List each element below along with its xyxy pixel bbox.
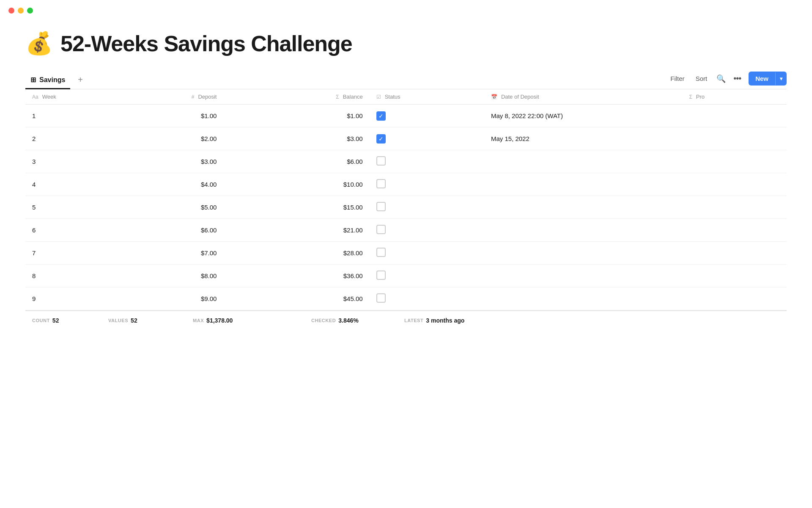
page-container: 💰 52-Weeks Savings Challenge ⊞ Savings +… — [0, 18, 812, 330]
cell-status[interactable] — [370, 150, 484, 173]
balance-col-icon: Σ — [336, 94, 339, 100]
week-col-icon: Aa — [32, 94, 38, 100]
status-col-icon: ☑ — [376, 94, 381, 100]
cell-week: 3 — [25, 150, 119, 173]
summary-max: MAX $1,378.00 — [193, 317, 311, 324]
table-row: 5$5.00$15.00 — [25, 196, 787, 219]
tab-bar: ⊞ Savings + Filter Sort 🔍 ••• New ▾ — [25, 72, 787, 89]
cell-date — [484, 196, 682, 219]
checkbox-unchecked[interactable] — [376, 156, 386, 166]
checkbox-unchecked[interactable] — [376, 248, 386, 257]
values-value: 52 — [131, 317, 137, 324]
search-icon[interactable]: 🔍 — [716, 74, 726, 83]
cell-status[interactable] — [370, 242, 484, 265]
table-row: 8$8.00$36.00 — [25, 265, 787, 287]
deposit-col-icon: # — [192, 94, 195, 100]
cell-status[interactable] — [370, 287, 484, 310]
toolbar: Filter Sort 🔍 ••• New ▾ — [669, 72, 787, 89]
checkbox-unchecked[interactable] — [376, 271, 386, 280]
cell-balance: $21.00 — [223, 219, 369, 242]
status-col-label: Status — [385, 94, 401, 100]
pro-col-icon: Σ — [689, 94, 692, 100]
checkbox-checked[interactable]: ✓ — [376, 134, 386, 144]
cell-deposit: $2.00 — [119, 127, 224, 150]
latest-label: LATEST — [404, 318, 423, 323]
cell-date — [484, 173, 682, 196]
filter-button[interactable]: Filter — [669, 72, 686, 85]
values-label: VALUES — [108, 318, 128, 323]
table-row: 3$3.00$6.00 — [25, 150, 787, 173]
cell-deposit: $9.00 — [119, 287, 224, 310]
checkbox-checked[interactable]: ✓ — [376, 111, 386, 121]
date-col-label: Date of Deposit — [501, 94, 539, 100]
cell-date — [484, 265, 682, 287]
cell-status[interactable]: ✓ — [370, 127, 484, 150]
cell-status[interactable] — [370, 265, 484, 287]
cell-status[interactable] — [370, 219, 484, 242]
new-button-label: New — [749, 72, 775, 86]
cell-status[interactable] — [370, 196, 484, 219]
table-row: 7$7.00$28.00 — [25, 242, 787, 265]
table-icon: ⊞ — [30, 76, 36, 84]
week-col-label: Week — [42, 94, 56, 100]
cell-date — [484, 150, 682, 173]
cell-week: 8 — [25, 265, 119, 287]
cell-week: 7 — [25, 242, 119, 265]
cell-date — [484, 219, 682, 242]
table-row: 6$6.00$21.00 — [25, 219, 787, 242]
new-button[interactable]: New ▾ — [749, 72, 787, 86]
cell-balance: $36.00 — [223, 265, 369, 287]
cell-pro — [682, 173, 787, 196]
latest-value: 3 months ago — [426, 317, 464, 324]
checkbox-unchecked[interactable] — [376, 202, 386, 211]
page-title-row: 💰 52-Weeks Savings Challenge — [25, 30, 787, 56]
cell-status[interactable] — [370, 173, 484, 196]
cell-status[interactable]: ✓ — [370, 105, 484, 127]
cell-balance: $10.00 — [223, 173, 369, 196]
summary-latest: LATEST 3 months ago — [404, 317, 565, 324]
cell-date: May 8, 2022 22:00 (WAT) — [484, 105, 682, 127]
new-button-chevron[interactable]: ▾ — [775, 72, 787, 85]
col-header-week[interactable]: Aa Week — [25, 89, 119, 105]
cell-week: 2 — [25, 127, 119, 150]
add-tab-button[interactable]: + — [75, 72, 85, 89]
col-header-balance[interactable]: Σ Balance — [223, 89, 369, 105]
cell-week: 5 — [25, 196, 119, 219]
close-button[interactable] — [8, 8, 14, 14]
page-title: 52-Weeks Savings Challenge — [60, 31, 352, 56]
minimize-button[interactable] — [18, 8, 24, 14]
summary-checked: CHECKED 3.846% — [311, 317, 404, 324]
cell-balance: $6.00 — [223, 150, 369, 173]
cell-date — [484, 242, 682, 265]
col-header-status[interactable]: ☑ Status — [370, 89, 484, 105]
balance-col-label: Balance — [343, 94, 363, 100]
cell-deposit: $1.00 — [119, 105, 224, 127]
cell-date: May 15, 2022 — [484, 127, 682, 150]
maximize-button[interactable] — [27, 8, 33, 14]
cell-pro — [682, 219, 787, 242]
sort-button[interactable]: Sort — [694, 72, 709, 85]
col-header-pro[interactable]: Σ Pro — [682, 89, 787, 105]
titlebar — [0, 0, 812, 18]
cell-deposit: $6.00 — [119, 219, 224, 242]
max-value: $1,378.00 — [206, 317, 233, 324]
checkbox-unchecked[interactable] — [376, 225, 386, 234]
col-header-deposit[interactable]: # Deposit — [119, 89, 224, 105]
savings-table: Aa Week # Deposit Σ Balance — [25, 89, 787, 310]
cell-balance: $45.00 — [223, 287, 369, 310]
table-row: 4$4.00$10.00 — [25, 173, 787, 196]
table-header-row: Aa Week # Deposit Σ Balance — [25, 89, 787, 105]
tab-savings[interactable]: ⊞ Savings — [25, 72, 70, 89]
checkbox-unchecked[interactable] — [376, 293, 386, 303]
checkbox-unchecked[interactable] — [376, 179, 386, 188]
table-row: 1$1.00$1.00✓May 8, 2022 22:00 (WAT) — [25, 105, 787, 127]
cell-deposit: $7.00 — [119, 242, 224, 265]
more-options-icon[interactable]: ••• — [733, 74, 741, 83]
date-col-icon: 📅 — [491, 94, 497, 100]
table-body: 1$1.00$1.00✓May 8, 2022 22:00 (WAT)2$2.0… — [25, 105, 787, 310]
cell-deposit: $5.00 — [119, 196, 224, 219]
table-row: 9$9.00$45.00 — [25, 287, 787, 310]
page-icon: 💰 — [25, 30, 53, 56]
col-header-date[interactable]: 📅 Date of Deposit — [484, 89, 682, 105]
table-wrapper: Aa Week # Deposit Σ Balance — [25, 89, 787, 330]
